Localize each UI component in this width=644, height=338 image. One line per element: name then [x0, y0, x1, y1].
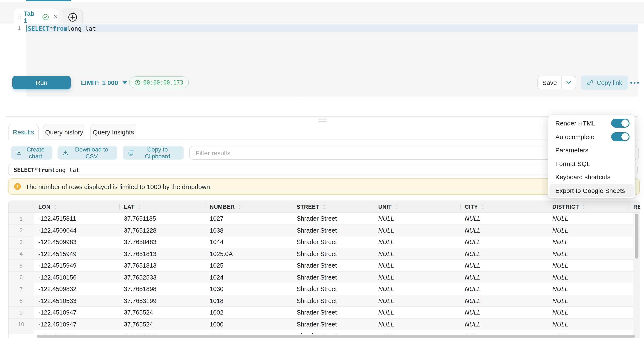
- close-tab-icon[interactable]: ✕: [53, 14, 58, 20]
- menu-item-autocomplete[interactable]: Autocomplete: [548, 130, 635, 143]
- table-cell: 1025: [205, 260, 292, 271]
- column-header-lat[interactable]: LAT: [119, 201, 205, 213]
- toggle-switch-on[interactable]: [611, 119, 630, 128]
- column-header-label: CITY: [465, 204, 478, 210]
- query-echo-bar: SELECT * from long_lat: [8, 164, 638, 176]
- column-header-label: STREET: [297, 204, 319, 210]
- save-options-button[interactable]: [561, 76, 576, 89]
- table-cell: NULL: [374, 295, 460, 306]
- table-cell: NULL: [548, 248, 629, 259]
- table-cell: NULL: [374, 248, 460, 259]
- warning-icon: !: [14, 183, 21, 190]
- menu-item-label: Format SQL: [555, 160, 590, 167]
- tab-query-insights[interactable]: Query Insights: [90, 124, 136, 139]
- table-cell: NULL: [548, 283, 629, 295]
- download-icon: [63, 149, 68, 156]
- menu-item-keyboard-shortcuts[interactable]: Keyboard shortcuts: [548, 170, 635, 184]
- table-cell: 37.7651813: [119, 260, 205, 271]
- tab-results[interactable]: Results: [8, 124, 39, 140]
- column-header-lon[interactable]: LON: [34, 201, 119, 213]
- copy-to-clipboard-button[interactable]: Copy to Clipboard: [123, 146, 184, 160]
- results-top-border: [8, 139, 640, 140]
- row-limit-warning: ! The number of rows displayed is limite…: [8, 178, 640, 195]
- results-table: LONLATNUMBERSTREETUNITCITYDISTRICTRE 1-1…: [8, 201, 640, 338]
- column-header-district[interactable]: DISTRICT: [548, 201, 629, 213]
- table-cell: -122.4510533: [34, 295, 119, 306]
- new-tab-button[interactable]: [63, 9, 83, 25]
- column-header-number[interactable]: NUMBER: [205, 201, 292, 213]
- vertical-scrollbar-thumb[interactable]: [634, 214, 638, 259]
- editor-active-line[interactable]: SELECT * from long_lat: [26, 24, 638, 33]
- table-cell: 1030: [205, 283, 292, 295]
- table-cell: -122.4515811: [34, 213, 119, 224]
- column-header-label: LON: [38, 204, 50, 210]
- row-number-cell: 9: [8, 307, 34, 318]
- table-cell: NULL: [548, 307, 629, 318]
- limit-dropdown[interactable]: LIMIT: 1 000: [81, 76, 128, 89]
- menu-item-render-html[interactable]: Render HTML: [548, 116, 635, 130]
- table-row[interactable]: 9-122.451094737.7655241002Shrader Street…: [8, 307, 640, 318]
- menu-item-format-sql[interactable]: Format SQL: [548, 157, 635, 170]
- download-csv-button[interactable]: Download to CSV: [58, 146, 117, 160]
- table-row[interactable]: 10-122.451094737.7655241000Shrader Stree…: [8, 318, 640, 330]
- toggle-knob: [622, 133, 629, 140]
- table-cell: 37.7652533: [119, 272, 205, 283]
- run-button[interactable]: Run: [12, 76, 71, 89]
- tab-query-history[interactable]: Query history: [43, 124, 85, 139]
- table-cell: 37.7651898: [119, 283, 205, 295]
- table-cell: 37.7650483: [119, 236, 205, 248]
- table-cell: 1038: [205, 225, 292, 236]
- menu-item-label: Render HTML: [555, 120, 596, 127]
- horizontal-scrollbar-thumb[interactable]: [37, 335, 635, 337]
- row-number-cell: 8: [8, 295, 34, 306]
- toggle-switch-on[interactable]: [611, 132, 630, 141]
- row-number-cell: 4: [8, 248, 34, 259]
- table-row[interactable]: 3-122.450998337.76504831044Shrader Stree…: [8, 236, 640, 248]
- editor-tab-active[interactable]: Tab 1 ✕: [14, 9, 58, 25]
- table-cell: NULL: [548, 318, 629, 330]
- column-header-street[interactable]: STREET: [292, 201, 374, 213]
- table-row[interactable]: 8-122.451053337.76531991018Shrader Stree…: [8, 295, 640, 307]
- table-cell: NULL: [374, 213, 460, 224]
- sql-text: *: [34, 166, 38, 173]
- vertical-scrollbar[interactable]: [633, 213, 640, 338]
- ellipsis-icon: [630, 81, 639, 84]
- timer-value: 00:00:00.173: [143, 79, 183, 86]
- table-cell: -122.4510947: [34, 318, 119, 330]
- more-options-button[interactable]: [628, 76, 641, 89]
- table-row[interactable]: 7-122.450983237.76518981030Shrader Stree…: [8, 283, 640, 295]
- save-button[interactable]: Save: [538, 76, 561, 89]
- column-header-re[interactable]: RE: [629, 201, 640, 213]
- editor-bottom-border: [6, 97, 638, 97]
- table-cell: NULL: [460, 260, 548, 271]
- table-cell: 1002: [205, 307, 292, 318]
- table-row[interactable]: 5-122.451594937.76518131025Shrader Stree…: [8, 260, 640, 272]
- table-cell: 37.7651813: [119, 248, 205, 259]
- table-row[interactable]: 6-122.451015637.76525331024Shrader Stree…: [8, 272, 640, 283]
- row-number-cell: 2: [8, 225, 34, 236]
- menu-item-parameters[interactable]: Parameters: [548, 143, 635, 157]
- table-cell: Shrader Street: [292, 260, 374, 271]
- table-cell: NULL: [374, 283, 460, 295]
- table-cell: Shrader Street: [292, 248, 374, 259]
- create-chart-button[interactable]: Create chart: [11, 146, 52, 160]
- sort-icon: [395, 204, 398, 209]
- sql-keyword: from: [53, 25, 67, 32]
- table-row[interactable]: 4-122.451594937.76518131025.0AShrader St…: [8, 248, 640, 260]
- sql-identifier: long_lat: [67, 25, 96, 32]
- column-header-unit[interactable]: UNIT: [374, 201, 460, 213]
- panel-resize-handle[interactable]: [318, 119, 327, 123]
- table-cell: Shrader Street: [292, 307, 374, 318]
- table-row[interactable]: 1-122.451581137.76511351027Shrader Stree…: [8, 213, 640, 225]
- table-row[interactable]: 2-122.450964437.76512281038Shrader Stree…: [8, 225, 640, 236]
- column-header-city[interactable]: CITY: [460, 201, 548, 213]
- limit-label: LIMIT:: [81, 79, 99, 86]
- table-cell: NULL: [460, 307, 548, 318]
- copy-link-button[interactable]: Copy link: [581, 76, 628, 90]
- table-cell: NULL: [374, 272, 460, 283]
- clock-icon: [135, 80, 140, 85]
- query-timer-badge: 00:00:00.173: [129, 76, 189, 88]
- menu-item-export-to-google-sheets[interactable]: Export to Google Sheets: [550, 184, 634, 197]
- table-cell: NULL: [548, 225, 629, 236]
- row-number-cell: 6: [8, 272, 34, 283]
